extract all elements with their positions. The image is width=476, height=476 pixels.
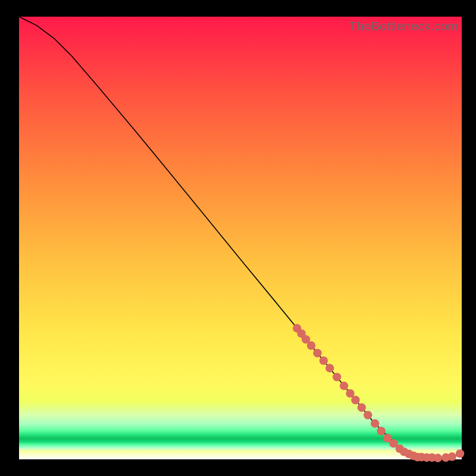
data-point xyxy=(313,349,321,357)
data-point xyxy=(447,452,456,461)
data-point xyxy=(320,356,328,365)
data-point xyxy=(340,381,348,390)
data-point xyxy=(307,342,315,350)
chart-svg xyxy=(19,17,462,459)
data-point xyxy=(377,427,385,435)
data-point xyxy=(364,411,372,419)
curve-line xyxy=(19,17,462,459)
data-point xyxy=(325,364,334,372)
data-point xyxy=(434,454,442,462)
data-point xyxy=(358,403,366,412)
data-point xyxy=(346,389,354,397)
plot-area: TheBottleneck.com xyxy=(19,17,462,459)
data-point xyxy=(456,449,464,458)
data-point xyxy=(333,372,341,381)
data-point xyxy=(371,419,379,428)
data-point xyxy=(351,396,359,404)
marker-layer xyxy=(293,324,464,462)
